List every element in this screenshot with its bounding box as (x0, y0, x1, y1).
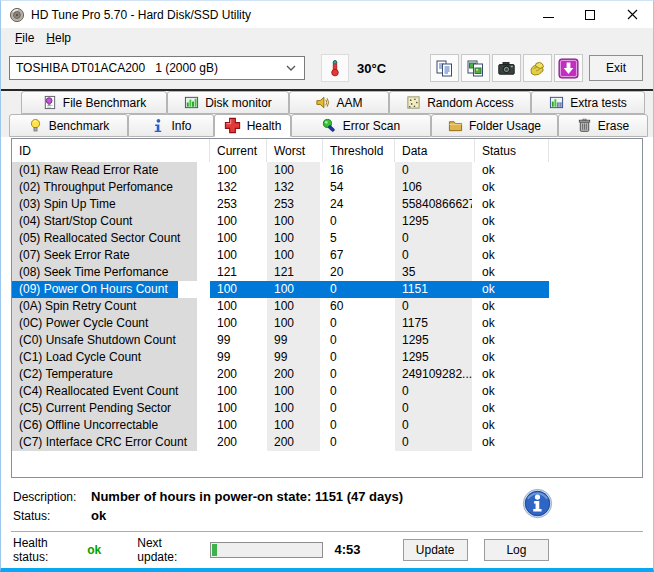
cell-current: 100 (210, 281, 267, 298)
cell-worst: 100 (267, 400, 320, 417)
cell-threshold: 20 (323, 264, 392, 281)
cell-data: 249109282... (395, 366, 472, 383)
tab-extra-tests[interactable]: Extra tests (531, 91, 645, 114)
table-row[interactable]: (C0) Unsafe Shutdown Count999901295ok (12, 332, 642, 349)
menu-file[interactable]: File (9, 28, 40, 47)
tab-health[interactable]: Health (214, 114, 291, 137)
copy-image-button[interactable] (461, 54, 490, 82)
column-header-worst[interactable]: Worst (267, 139, 323, 162)
tab-error-scan[interactable]: Error Scan (291, 114, 431, 137)
cell-worst: 99 (267, 349, 320, 366)
tab-folder-usage[interactable]: Folder Usage (431, 114, 558, 137)
table-row[interactable]: (07) Seek Error Rate100100670ok (12, 247, 642, 264)
tab-label: Benchmark (49, 119, 110, 133)
exit-button[interactable]: Exit (589, 55, 643, 81)
cell-current: 200 (210, 434, 264, 451)
thermometer-icon (326, 59, 344, 77)
drive-selector[interactable]: TOSHIBA DT01ACA200 1 (2000 gB) (9, 56, 305, 80)
cell-current: 100 (210, 230, 264, 247)
save-results-button[interactable] (554, 54, 583, 82)
extra-tests-icon (549, 95, 564, 110)
support-button[interactable] (523, 54, 552, 82)
table-row[interactable]: (C2) Temperature2002000249109282...ok (12, 366, 642, 383)
cell-id: (C5) Current Pending Sector (12, 400, 197, 417)
cell-current: 100 (210, 213, 264, 230)
table-row[interactable]: (05) Reallocated Sector Count10010050ok (12, 230, 642, 247)
log-button[interactable]: Log (484, 539, 549, 561)
info-letter-icon (150, 118, 165, 133)
cell-worst: 132 (267, 179, 320, 196)
health-status-value: ok (87, 543, 101, 557)
temperature-button[interactable] (321, 54, 349, 82)
tab-label: Erase (598, 119, 629, 133)
cell-id: (01) Raw Read Error Rate (12, 162, 197, 179)
tab-strip: File Benchmark Disk monitor AAM (1, 91, 653, 137)
tab-erase[interactable]: Erase (558, 114, 648, 137)
tab-benchmark[interactable]: Benchmark (9, 114, 128, 137)
cell-status: ok (475, 196, 549, 213)
tab-disk-monitor[interactable]: Disk monitor (167, 91, 289, 114)
tab-random-access[interactable]: Random Access (389, 91, 531, 114)
cell-worst: 100 (267, 417, 320, 434)
progress-fill (212, 544, 217, 556)
cell-worst: 100 (267, 298, 320, 315)
magnifier-icon (322, 118, 337, 133)
window-title: HD Tune Pro 5.70 - Hard Disk/SSD Utility (31, 8, 527, 22)
drive-selector-value: TOSHIBA DT01ACA200 1 (2000 gB) (16, 61, 218, 75)
table-row[interactable]: (C4) Reallocated Event Count10010000ok (12, 383, 642, 400)
table-row[interactable]: (0A) Spin Retry Count100100600ok (12, 298, 642, 315)
camera-icon (497, 59, 516, 78)
cell-threshold: 0 (323, 366, 392, 383)
table-header: ID Current Worst Threshold Data Status (12, 139, 642, 162)
cell-threshold: 16 (323, 162, 392, 179)
cell-status: ok (475, 162, 549, 179)
tab-info[interactable]: Info (128, 114, 214, 137)
table-row[interactable]: (02) Throughput Perfomance13213254106ok (12, 179, 642, 196)
cell-id: (04) Start/Stop Count (12, 213, 197, 230)
column-header-current[interactable]: Current (210, 139, 267, 162)
menu-help[interactable]: Help (40, 28, 77, 47)
trash-icon (577, 118, 592, 133)
table-row[interactable]: (09) Power On Hours Count10010001151ok (12, 281, 642, 298)
table-row[interactable]: (0C) Power Cycle Count10010001175ok (12, 315, 642, 332)
cell-status: ok (475, 247, 549, 264)
table-row[interactable]: (C1) Load Cycle Count999901295ok (12, 349, 642, 366)
close-button[interactable] (611, 1, 653, 28)
tab-file-benchmark[interactable]: File Benchmark (21, 91, 167, 114)
cell-status: ok (475, 332, 549, 349)
table-row[interactable]: (01) Raw Read Error Rate100100160ok (12, 162, 642, 179)
cell-current: 99 (210, 332, 264, 349)
cell-current: 100 (210, 162, 264, 179)
minimize-button[interactable] (527, 1, 569, 28)
red-cross-icon (224, 117, 241, 134)
maximize-button[interactable] (569, 1, 611, 28)
column-header-data[interactable]: Data (395, 139, 475, 162)
tab-label: AAM (336, 96, 362, 110)
column-header-status[interactable]: Status (475, 139, 549, 162)
screenshot-button[interactable] (492, 54, 521, 82)
table-row[interactable]: (C7) Interface CRC Error Count20020000ok (12, 434, 642, 451)
tab-aam[interactable]: AAM (289, 91, 389, 114)
table-row[interactable]: (C5) Current Pending Sector10010000ok (12, 400, 642, 417)
table-row[interactable]: (08) Seek Time Perfomance1211212035ok (12, 264, 642, 281)
column-header-threshold[interactable]: Threshold (323, 139, 395, 162)
table-row[interactable]: (04) Start/Stop Count10010001295ok (12, 213, 642, 230)
table-row[interactable]: (03) Spin Up Time2532532455840866627ok (12, 196, 642, 213)
tab-label: Folder Usage (469, 119, 541, 133)
cell-worst: 200 (267, 366, 320, 383)
column-header-id[interactable]: ID (12, 139, 210, 162)
cell-threshold: 0 (323, 332, 392, 349)
table-row[interactable]: (C6) Offline Uncorrectable10010000ok (12, 417, 642, 434)
tab-label: Info (171, 119, 191, 133)
cell-data: 106 (395, 179, 472, 196)
app-icon (9, 7, 25, 23)
cell-id: (07) Seek Error Rate (12, 247, 197, 264)
smart-table-body: (01) Raw Read Error Rate100100160ok(02) … (12, 162, 642, 451)
smart-table: ID Current Worst Threshold Data Status (… (11, 138, 643, 478)
cell-id: (09) Power On Hours Count (12, 281, 197, 298)
info-button[interactable] (522, 488, 553, 519)
cell-status: ok (475, 230, 549, 247)
update-button[interactable]: Update (403, 539, 468, 561)
copy-text-button[interactable] (430, 54, 459, 82)
cell-data: 0 (395, 434, 472, 451)
